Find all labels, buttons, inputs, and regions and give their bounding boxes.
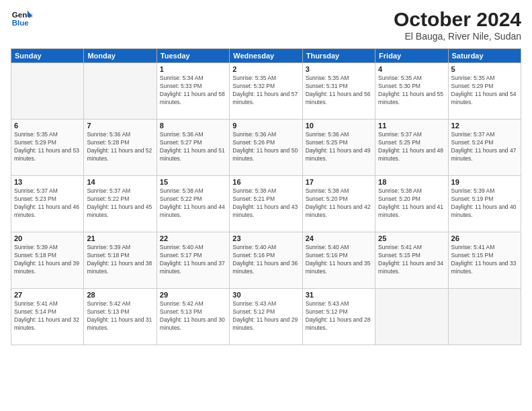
day-number: 8 bbox=[160, 122, 226, 130]
logo-icon: General Blue bbox=[11, 8, 32, 30]
day-info: Sunrise: 5:41 AM Sunset: 5:14 PM Dayligh… bbox=[14, 300, 81, 332]
day-info: Sunrise: 5:38 AM Sunset: 5:20 PM Dayligh… bbox=[378, 187, 445, 220]
table-row: 12Sunrise: 5:37 AM Sunset: 5:24 PM Dayli… bbox=[448, 120, 521, 176]
table-row: 20Sunrise: 5:39 AM Sunset: 5:18 PM Dayli… bbox=[11, 232, 84, 289]
day-info: Sunrise: 5:38 AM Sunset: 5:21 PM Dayligh… bbox=[232, 187, 299, 220]
table-row: 23Sunrise: 5:40 AM Sunset: 5:16 PM Dayli… bbox=[230, 232, 302, 289]
table-row bbox=[84, 63, 157, 120]
day-number: 15 bbox=[160, 178, 226, 186]
table-row: 7Sunrise: 5:36 AM Sunset: 5:28 PM Daylig… bbox=[84, 120, 157, 176]
day-number: 18 bbox=[378, 178, 445, 186]
day-number: 12 bbox=[451, 122, 518, 130]
col-thursday: Thursday bbox=[302, 49, 375, 63]
col-wednesday: Wednesday bbox=[230, 49, 302, 63]
day-number: 19 bbox=[451, 178, 518, 186]
day-number: 25 bbox=[378, 234, 445, 242]
table-row: 16Sunrise: 5:38 AM Sunset: 5:21 PM Dayli… bbox=[230, 176, 302, 232]
table-row: 4Sunrise: 5:35 AM Sunset: 5:30 PM Daylig… bbox=[375, 63, 448, 120]
day-number: 4 bbox=[378, 65, 445, 73]
day-info: Sunrise: 5:36 AM Sunset: 5:25 PM Dayligh… bbox=[306, 131, 372, 163]
logo: General Blue bbox=[11, 8, 35, 30]
day-number: 13 bbox=[14, 178, 81, 186]
day-info: Sunrise: 5:40 AM Sunset: 5:17 PM Dayligh… bbox=[160, 244, 226, 276]
col-tuesday: Tuesday bbox=[157, 49, 229, 63]
col-monday: Monday bbox=[84, 49, 157, 63]
table-row: 25Sunrise: 5:41 AM Sunset: 5:15 PM Dayli… bbox=[375, 232, 448, 289]
day-info: Sunrise: 5:42 AM Sunset: 5:13 PM Dayligh… bbox=[160, 300, 226, 332]
day-number: 16 bbox=[232, 178, 299, 186]
table-row: 18Sunrise: 5:38 AM Sunset: 5:20 PM Dayli… bbox=[375, 176, 448, 232]
table-row: 29Sunrise: 5:42 AM Sunset: 5:13 PM Dayli… bbox=[157, 289, 229, 345]
table-row: 30Sunrise: 5:43 AM Sunset: 5:12 PM Dayli… bbox=[230, 289, 302, 345]
table-row: 27Sunrise: 5:41 AM Sunset: 5:14 PM Dayli… bbox=[11, 289, 84, 345]
day-info: Sunrise: 5:35 AM Sunset: 5:29 PM Dayligh… bbox=[451, 75, 518, 107]
day-number: 27 bbox=[14, 291, 81, 299]
svg-text:Blue: Blue bbox=[12, 19, 30, 27]
table-row: 9Sunrise: 5:36 AM Sunset: 5:26 PM Daylig… bbox=[230, 120, 302, 176]
day-number: 29 bbox=[160, 291, 226, 299]
day-number: 21 bbox=[87, 234, 153, 242]
header: General Blue October 2024 El Bauga, Rive… bbox=[11, 8, 521, 42]
day-number: 24 bbox=[306, 234, 372, 242]
table-row: 17Sunrise: 5:38 AM Sunset: 5:20 PM Dayli… bbox=[302, 176, 375, 232]
table-row: 8Sunrise: 5:36 AM Sunset: 5:27 PM Daylig… bbox=[157, 120, 229, 176]
month-title: October 2024 bbox=[394, 8, 521, 31]
table-row: 3Sunrise: 5:35 AM Sunset: 5:31 PM Daylig… bbox=[302, 63, 375, 120]
day-info: Sunrise: 5:36 AM Sunset: 5:26 PM Dayligh… bbox=[232, 131, 299, 163]
day-number: 22 bbox=[160, 234, 226, 242]
day-info: Sunrise: 5:37 AM Sunset: 5:22 PM Dayligh… bbox=[87, 187, 153, 220]
table-row bbox=[375, 289, 448, 345]
day-info: Sunrise: 5:35 AM Sunset: 5:32 PM Dayligh… bbox=[232, 75, 299, 107]
col-sunday: Sunday bbox=[11, 49, 84, 63]
location: El Bauga, River Nile, Sudan bbox=[394, 31, 521, 42]
day-info: Sunrise: 5:40 AM Sunset: 5:16 PM Dayligh… bbox=[306, 244, 372, 276]
day-number: 23 bbox=[232, 234, 299, 242]
table-row: 24Sunrise: 5:40 AM Sunset: 5:16 PM Dayli… bbox=[302, 232, 375, 289]
table-row: 28Sunrise: 5:42 AM Sunset: 5:13 PM Dayli… bbox=[84, 289, 157, 345]
calendar-header-row: Sunday Monday Tuesday Wednesday Thursday… bbox=[11, 49, 521, 63]
day-number: 20 bbox=[14, 234, 81, 242]
day-info: Sunrise: 5:35 AM Sunset: 5:30 PM Dayligh… bbox=[378, 75, 445, 107]
table-row bbox=[448, 289, 521, 345]
day-info: Sunrise: 5:37 AM Sunset: 5:23 PM Dayligh… bbox=[14, 187, 81, 220]
day-info: Sunrise: 5:35 AM Sunset: 5:31 PM Dayligh… bbox=[306, 75, 372, 107]
day-info: Sunrise: 5:36 AM Sunset: 5:28 PM Dayligh… bbox=[87, 131, 153, 163]
table-row: 31Sunrise: 5:43 AM Sunset: 5:12 PM Dayli… bbox=[302, 289, 375, 345]
day-info: Sunrise: 5:42 AM Sunset: 5:13 PM Dayligh… bbox=[87, 300, 153, 332]
day-number: 6 bbox=[14, 122, 81, 130]
table-row: 5Sunrise: 5:35 AM Sunset: 5:29 PM Daylig… bbox=[448, 63, 521, 120]
table-row: 21Sunrise: 5:39 AM Sunset: 5:18 PM Dayli… bbox=[84, 232, 157, 289]
day-number: 10 bbox=[306, 122, 372, 130]
table-row: 19Sunrise: 5:39 AM Sunset: 5:19 PM Dayli… bbox=[448, 176, 521, 232]
day-number: 30 bbox=[232, 291, 299, 299]
day-number: 11 bbox=[378, 122, 445, 130]
table-row: 10Sunrise: 5:36 AM Sunset: 5:25 PM Dayli… bbox=[302, 120, 375, 176]
day-info: Sunrise: 5:37 AM Sunset: 5:24 PM Dayligh… bbox=[451, 131, 518, 163]
day-number: 26 bbox=[451, 234, 518, 242]
day-number: 9 bbox=[232, 122, 299, 130]
day-number: 3 bbox=[306, 65, 372, 73]
table-row: 1Sunrise: 5:34 AM Sunset: 5:33 PM Daylig… bbox=[157, 63, 229, 120]
day-info: Sunrise: 5:38 AM Sunset: 5:22 PM Dayligh… bbox=[160, 187, 226, 220]
day-number: 31 bbox=[306, 291, 372, 299]
calendar: Sunday Monday Tuesday Wednesday Thursday… bbox=[11, 48, 521, 345]
col-saturday: Saturday bbox=[448, 49, 521, 63]
table-row: 26Sunrise: 5:41 AM Sunset: 5:15 PM Dayli… bbox=[448, 232, 521, 289]
table-row: 2Sunrise: 5:35 AM Sunset: 5:32 PM Daylig… bbox=[230, 63, 302, 120]
day-info: Sunrise: 5:38 AM Sunset: 5:20 PM Dayligh… bbox=[306, 187, 372, 220]
day-number: 28 bbox=[87, 291, 153, 299]
day-number: 1 bbox=[160, 65, 226, 73]
table-row: 6Sunrise: 5:35 AM Sunset: 5:29 PM Daylig… bbox=[11, 120, 84, 176]
day-info: Sunrise: 5:41 AM Sunset: 5:15 PM Dayligh… bbox=[378, 244, 445, 276]
day-info: Sunrise: 5:35 AM Sunset: 5:29 PM Dayligh… bbox=[14, 131, 81, 163]
day-info: Sunrise: 5:39 AM Sunset: 5:19 PM Dayligh… bbox=[451, 187, 518, 220]
table-row: 15Sunrise: 5:38 AM Sunset: 5:22 PM Dayli… bbox=[157, 176, 229, 232]
page: General Blue October 2024 El Bauga, Rive… bbox=[0, 0, 532, 411]
day-number: 14 bbox=[87, 178, 153, 186]
day-info: Sunrise: 5:40 AM Sunset: 5:16 PM Dayligh… bbox=[232, 244, 299, 276]
table-row: 13Sunrise: 5:37 AM Sunset: 5:23 PM Dayli… bbox=[11, 176, 84, 232]
day-info: Sunrise: 5:34 AM Sunset: 5:33 PM Dayligh… bbox=[160, 75, 226, 107]
day-info: Sunrise: 5:39 AM Sunset: 5:18 PM Dayligh… bbox=[87, 244, 153, 276]
day-number: 2 bbox=[232, 65, 299, 73]
day-number: 17 bbox=[306, 178, 372, 186]
